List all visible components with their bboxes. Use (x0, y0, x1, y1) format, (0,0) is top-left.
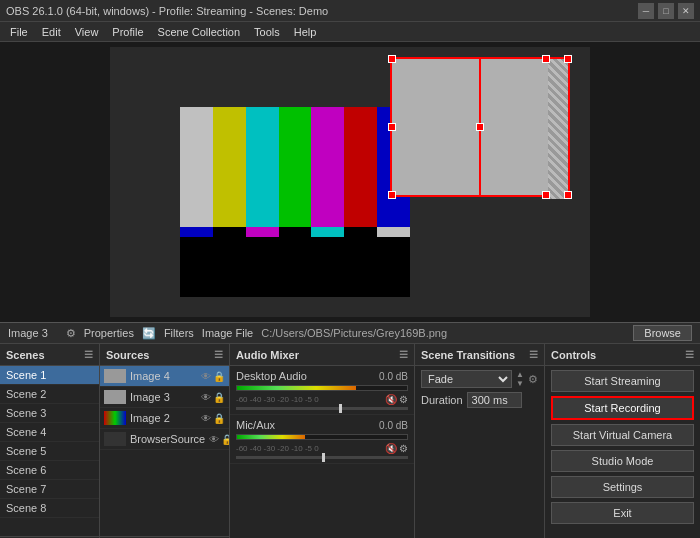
properties-icon: ⚙ (66, 327, 76, 340)
audio-mixer-panel: Audio Mixer ☰ Desktop Audio 0.0 dB (230, 344, 415, 538)
exit-button[interactable]: Exit (551, 502, 694, 524)
source-lock-icon-3[interactable]: 🔒 (213, 392, 225, 403)
start-streaming-button[interactable]: Start Streaming (551, 370, 694, 392)
controls-panel: Controls ☰ Start Streaming Start Recordi… (545, 344, 700, 538)
transition-down-arrow[interactable]: ▼ (516, 380, 524, 388)
sel-handle-br[interactable] (564, 191, 572, 199)
duration-row: Duration (415, 392, 544, 412)
transitions-title: Scene Transitions (421, 349, 515, 361)
menu-edit[interactable]: Edit (36, 24, 67, 40)
menu-help[interactable]: Help (288, 24, 323, 40)
browse-button[interactable]: Browse (633, 325, 692, 341)
filters-button[interactable]: Filters (164, 327, 194, 339)
source-name-image2: Image 2 (130, 412, 170, 424)
panels-row: Scenes ☰ Scene 1 Scene 2 Scene 3 Scene 4… (0, 344, 700, 538)
sel-handle-bl[interactable] (388, 191, 396, 199)
settings-button[interactable]: Settings (551, 476, 694, 498)
desktop-audio-label: Desktop Audio (236, 370, 307, 382)
audio-mixer-menu-icon[interactable]: ☰ (399, 349, 408, 360)
sel-handle-mm[interactable] (476, 123, 484, 131)
sel-handle-tl[interactable] (388, 55, 396, 63)
scene-item-5[interactable]: Scene 5 (0, 442, 99, 461)
source-eye-icon-4[interactable]: 👁 (201, 371, 211, 382)
scene-item-4[interactable]: Scene 4 (0, 423, 99, 442)
desktop-mute-icon[interactable]: 🔇 (385, 394, 397, 405)
start-recording-button[interactable]: Start Recording (551, 396, 694, 420)
close-button[interactable]: ✕ (678, 3, 694, 19)
menu-view[interactable]: View (69, 24, 105, 40)
mic-volume-slider[interactable] (236, 456, 408, 459)
audio-mixer-title: Audio Mixer (236, 349, 299, 361)
transition-type-row: Fade Cut Swipe ▲ ▼ ⚙ (415, 366, 544, 392)
scene-item-6[interactable]: Scene 6 (0, 461, 99, 480)
info-bar: Image 3 ⚙ Properties 🔄 Filters Image Fil… (0, 322, 700, 344)
scenes-menu-icon[interactable]: ☰ (84, 349, 93, 360)
black-preview-area (180, 237, 410, 297)
scene-item-2[interactable]: Scene 2 (0, 385, 99, 404)
source-lock-icon-4[interactable]: 🔒 (213, 371, 225, 382)
sel-handle-tr[interactable] (564, 55, 572, 63)
source-lock-icon-2[interactable]: 🔒 (213, 413, 225, 424)
controls-content: Start Streaming Start Recording Start Vi… (545, 366, 700, 538)
scene-item-8[interactable]: Scene 8 (0, 499, 99, 518)
desktop-audio-settings-icon[interactable]: ⚙ (399, 394, 408, 405)
controls-menu-icon[interactable]: ☰ (685, 349, 694, 360)
source-item-image2[interactable]: Image 2 👁 🔒 (100, 408, 229, 429)
studio-mode-button[interactable]: Studio Mode (551, 450, 694, 472)
audio-track-desktop: Desktop Audio 0.0 dB -60 -40 -30 -20 -10… (230, 366, 414, 415)
start-virtual-camera-button[interactable]: Start Virtual Camera (551, 424, 694, 446)
properties-button[interactable]: Properties (84, 327, 134, 339)
mic-audio-settings-icon[interactable]: ⚙ (399, 443, 408, 454)
transitions-panel: Scene Transitions ☰ Fade Cut Swipe ▲ ▼ ⚙ (415, 344, 545, 538)
sources-menu-icon[interactable]: ☰ (214, 349, 223, 360)
source-item-image3[interactable]: Image 3 👁 🔒 (100, 387, 229, 408)
sel-handle-bm[interactable] (542, 191, 550, 199)
source-item-browser[interactable]: BrowserSource 👁 🔒 (100, 429, 229, 450)
transition-type-select[interactable]: Fade Cut Swipe (421, 370, 512, 388)
mic-audio-label: Mic/Aux (236, 419, 275, 431)
minimize-button[interactable]: ─ (638, 3, 654, 19)
source-eye-icon-3[interactable]: 👁 (201, 392, 211, 403)
menu-file[interactable]: File (4, 24, 34, 40)
image-path: C:/Users/OBS/Pictures/Grey169B.png (261, 327, 625, 339)
scenes-panel: Scenes ☰ Scene 1 Scene 2 Scene 3 Scene 4… (0, 344, 100, 538)
sel-handle-tm[interactable] (542, 55, 550, 63)
source-lock-icon-browser[interactable]: 🔒 (221, 434, 229, 445)
mic-audio-db: 0.0 dB (379, 420, 408, 431)
source-eye-icon-browser[interactable]: 👁 (209, 434, 219, 445)
preview-canvas (110, 47, 590, 317)
audio-mixer-header: Audio Mixer ☰ (230, 344, 414, 366)
controls-header: Controls ☰ (545, 344, 700, 366)
controls-title: Controls (551, 349, 596, 361)
source-eye-icon-2[interactable]: 👁 (201, 413, 211, 424)
scene-item-3[interactable]: Scene 3 (0, 404, 99, 423)
duration-input[interactable] (467, 392, 522, 408)
source-name-image3: Image 3 (130, 391, 170, 403)
transition-gear-icon[interactable]: ⚙ (528, 373, 538, 386)
source-thumb-browser (104, 432, 126, 446)
mic-mute-icon[interactable]: 🔇 (385, 443, 397, 454)
selected-item-label: Image 3 (8, 327, 48, 339)
mic-audio-fill (237, 435, 305, 439)
sources-header: Sources ☰ (100, 344, 229, 366)
transition-up-arrow[interactable]: ▲ (516, 371, 524, 379)
transitions-header: Scene Transitions ☰ (415, 344, 544, 366)
menu-profile[interactable]: Profile (106, 24, 149, 40)
desktop-audio-fill (237, 386, 356, 390)
hatch-corner (548, 59, 568, 199)
window-controls: ─ □ ✕ (638, 3, 694, 19)
desktop-volume-slider[interactable] (236, 407, 408, 410)
source-item-image4[interactable]: Image 4 👁 🔒 (100, 366, 229, 387)
scene-item-1[interactable]: Scene 1 (0, 366, 99, 385)
sel-handle-ml[interactable] (388, 123, 396, 131)
menu-tools[interactable]: Tools (248, 24, 286, 40)
menu-scene-collection[interactable]: Scene Collection (152, 24, 247, 40)
scene-item-7[interactable]: Scene 7 (0, 480, 99, 499)
transitions-menu-icon[interactable]: ☰ (529, 349, 538, 360)
desktop-audio-db: 0.0 dB (379, 371, 408, 382)
transition-arrows: ▲ ▼ (516, 371, 524, 388)
mic-volume-knob (322, 453, 325, 462)
source-name-image4: Image 4 (130, 370, 170, 382)
transitions-content: Fade Cut Swipe ▲ ▼ ⚙ Duration (415, 366, 544, 538)
maximize-button[interactable]: □ (658, 3, 674, 19)
